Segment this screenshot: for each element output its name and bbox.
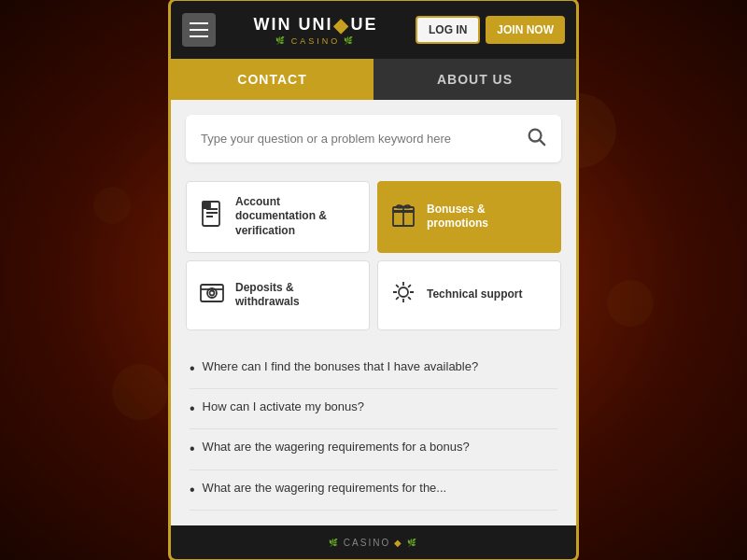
bonuses-icon: [389, 200, 417, 234]
join-button[interactable]: JOIN NOW: [486, 16, 565, 44]
footer-laurel-right: 🌿: [407, 539, 418, 547]
content-area: Account documentation & verification Bon…: [171, 100, 576, 525]
footer-casino-text: CASINO: [344, 538, 390, 548]
faq-bullet: •: [190, 399, 195, 419]
faq-text: How can I activate my bonus?: [203, 399, 364, 415]
menu-icon-line2: [190, 29, 208, 31]
faq-bullet: •: [190, 439, 195, 459]
category-bonuses[interactable]: Bonuses & promotions: [377, 181, 561, 253]
header: WIN UNI◆UE 🌿 CASINO 🌿 LOG IN JOIN NOW: [171, 1, 576, 59]
header-buttons: LOG IN JOIN NOW: [416, 16, 565, 44]
footer-laurel-left: 🌿: [329, 539, 340, 547]
deposits-label: Deposits & withdrawals: [235, 281, 358, 310]
technical-label: Technical support: [427, 287, 522, 302]
faq-item[interactable]: • Where can I find the bonuses that I ha…: [190, 349, 557, 389]
account-docs-label: Account documentation & verification: [235, 195, 358, 239]
svg-point-12: [210, 290, 215, 295]
footer-diamond-icon: ◆: [394, 538, 403, 548]
logo: WIN UNI◆UE 🌿 CASINO 🌿: [253, 14, 377, 46]
search-button[interactable]: [526, 126, 546, 151]
bonuses-label: Bonuses & promotions: [427, 203, 549, 231]
category-deposits[interactable]: Deposits & withdrawals: [186, 260, 370, 330]
faq-list: • Where can I find the bonuses that I ha…: [186, 349, 561, 511]
tab-about[interactable]: ABOUT US: [374, 59, 576, 100]
svg-point-14: [399, 287, 408, 297]
technical-icon: [389, 278, 417, 313]
logo-diamond: ◆: [333, 14, 349, 36]
search-icon: [526, 126, 546, 147]
account-docs-icon: [198, 200, 226, 234]
faq-item[interactable]: • What are the wagering requirements for…: [190, 470, 557, 511]
footer: 🌿 CASINO ◆ 🌿: [171, 525, 576, 559]
svg-rect-10: [201, 285, 223, 301]
laurel-right-icon: 🌿: [344, 36, 356, 45]
faq-text: What are the wagering requirements for t…: [203, 480, 447, 497]
faq-bullet: •: [190, 358, 195, 379]
phone-container: WIN UNI◆UE 🌿 CASINO 🌿 LOG IN JOIN NOW CO…: [168, 0, 579, 560]
menu-icon-line3: [190, 35, 208, 37]
menu-button[interactable]: [182, 13, 216, 47]
faq-bullet: •: [190, 480, 195, 500]
search-bar: [186, 115, 561, 162]
deposits-icon: [198, 278, 226, 313]
laurel-left-icon: 🌿: [275, 36, 288, 45]
svg-line-1: [540, 140, 544, 145]
faq-text: What are the wagering requirements for a…: [203, 439, 470, 455]
faq-text: Where can I find the bonuses that I have…: [203, 358, 479, 375]
svg-rect-6: [203, 202, 210, 208]
faq-item[interactable]: • What are the wagering requirements for…: [190, 429, 557, 469]
category-account-docs[interactable]: Account documentation & verification: [186, 181, 370, 253]
tab-contact[interactable]: CONTACT: [171, 59, 374, 100]
category-technical[interactable]: Technical support: [377, 260, 561, 330]
menu-icon-line1: [190, 22, 208, 24]
footer-logo: 🌿 CASINO ◆ 🌿: [329, 538, 418, 548]
logo-casino-text: CASINO: [291, 36, 341, 46]
search-input[interactable]: [201, 132, 526, 146]
faq-item[interactable]: • How can I activate my bonus?: [190, 389, 557, 429]
logo-sub: 🌿 CASINO 🌿: [275, 36, 357, 46]
login-button[interactable]: LOG IN: [416, 16, 480, 44]
logo-text: WIN UNI◆UE: [253, 14, 377, 36]
category-grid: Account documentation & verification Bon…: [186, 181, 561, 330]
tabs: CONTACT ABOUT US: [171, 59, 576, 100]
